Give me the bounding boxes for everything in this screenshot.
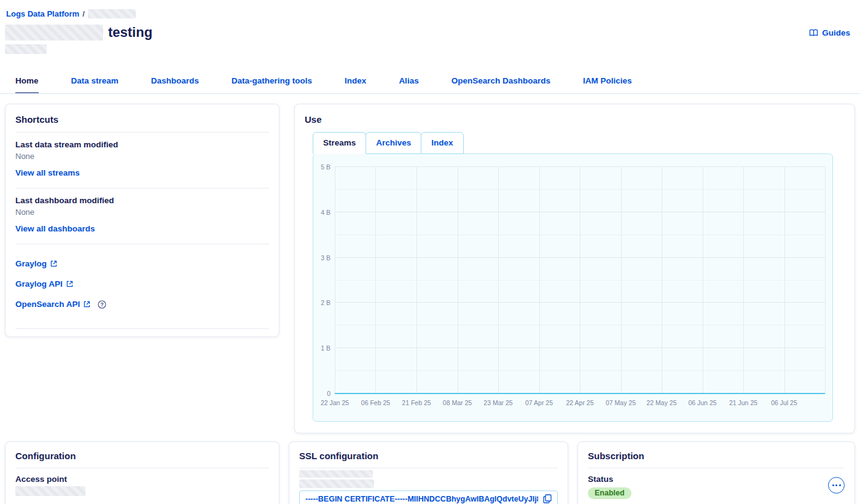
y-axis-tick: 2 B bbox=[321, 299, 335, 306]
view-all-dashboards-link[interactable]: View all dashboards bbox=[15, 224, 95, 233]
gridline-vertical bbox=[416, 167, 417, 394]
x-axis-tick: 06 Jul 25 bbox=[771, 399, 797, 406]
opensearch-api-link[interactable]: OpenSearch API ? bbox=[15, 300, 269, 309]
subscription-actions-button[interactable] bbox=[828, 477, 845, 494]
tab-data-stream[interactable]: Data stream bbox=[71, 71, 119, 93]
last-dashboard-label: Last dashboard modified bbox=[15, 196, 269, 205]
guides-link[interactable]: Guides bbox=[809, 28, 850, 37]
status-label: Status bbox=[588, 475, 631, 484]
gridline-vertical bbox=[498, 167, 499, 394]
use-card: Use Streams Archives Index 01 B2 B3 B4 B… bbox=[294, 104, 855, 433]
use-title: Use bbox=[295, 114, 854, 125]
redacted-title-prefix bbox=[5, 25, 103, 41]
ellipsis-icon bbox=[832, 484, 841, 486]
gridline-vertical bbox=[539, 167, 540, 394]
gridline-vertical bbox=[662, 167, 662, 394]
gridline-vertical bbox=[825, 167, 826, 394]
tab-opensearch-dashboards[interactable]: OpenSearch Dashboards bbox=[452, 71, 550, 93]
gridline-vertical bbox=[743, 167, 744, 394]
external-link-icon bbox=[50, 260, 57, 267]
redacted-ssl-label-1 bbox=[299, 470, 373, 478]
external-link-icon bbox=[84, 301, 90, 308]
use-tab-streams[interactable]: Streams bbox=[313, 132, 366, 154]
x-axis-tick: 23 Mar 25 bbox=[483, 399, 512, 406]
status-section: Status Enabled bbox=[578, 468, 854, 504]
last-stream-value: None bbox=[15, 152, 269, 161]
breadcrumb-platform-link[interactable]: Logs Data Platform bbox=[6, 9, 79, 18]
gridline-vertical bbox=[621, 167, 622, 394]
x-axis-tick: 21 Feb 25 bbox=[402, 399, 431, 406]
main-tab-bar: Home Data stream Dashboards Data-gatheri… bbox=[0, 71, 860, 94]
x-axis-tick: 07 May 25 bbox=[606, 399, 636, 406]
ssl-configuration-card: SSL configuration -----BEGIN CERTIFICATE… bbox=[289, 441, 568, 504]
y-axis-tick: 3 B bbox=[321, 254, 335, 262]
y-axis-tick: 5 B bbox=[321, 163, 335, 171]
help-icon[interactable]: ? bbox=[98, 300, 106, 309]
certificate-field[interactable]: -----BEGIN CERTIFICATE-----MIIHNDCCBhygA… bbox=[299, 490, 558, 504]
access-point-section: Access point bbox=[6, 468, 279, 504]
divider bbox=[15, 328, 269, 329]
tab-iam-policies[interactable]: IAM Policies bbox=[583, 71, 632, 93]
title-row: testing Guides bbox=[0, 18, 860, 41]
x-axis-tick: 22 Jan 25 bbox=[321, 399, 349, 406]
graylog-link[interactable]: Graylog bbox=[15, 259, 269, 268]
redacted-subtitle bbox=[5, 44, 47, 54]
shortcuts-title: Shortcuts bbox=[6, 114, 279, 132]
gridline-vertical bbox=[703, 167, 703, 394]
redacted-access-point-value bbox=[15, 486, 85, 496]
copy-icon[interactable] bbox=[543, 494, 552, 503]
gridline-vertical bbox=[335, 167, 335, 394]
last-stream-section: Last data stream modified None View all … bbox=[6, 133, 279, 188]
use-tab-bar: Streams Archives Index bbox=[313, 132, 833, 153]
guides-label: Guides bbox=[822, 28, 850, 37]
tab-index[interactable]: Index bbox=[345, 71, 366, 93]
view-all-streams-link[interactable]: View all streams bbox=[15, 168, 80, 177]
gridline-vertical bbox=[784, 167, 785, 394]
status-badge: Enabled bbox=[588, 487, 631, 499]
svg-text:?: ? bbox=[101, 301, 104, 308]
configuration-title: Configuration bbox=[6, 451, 279, 468]
x-axis-tick: 07 Apr 25 bbox=[525, 399, 553, 406]
graylog-api-link-label: Graylog API bbox=[15, 279, 63, 289]
use-tab-archives[interactable]: Archives bbox=[366, 132, 421, 154]
gridline-vertical bbox=[580, 167, 580, 394]
x-axis-tick: 22 Apr 25 bbox=[566, 399, 594, 406]
y-axis-tick: 4 B bbox=[321, 209, 335, 216]
gridline-vertical bbox=[375, 167, 376, 394]
tab-data-gathering-tools[interactable]: Data-gathering tools bbox=[232, 71, 312, 93]
tab-alias[interactable]: Alias bbox=[399, 71, 418, 93]
last-stream-label: Last data stream modified bbox=[15, 140, 269, 149]
subscription-title: Subscription bbox=[578, 451, 854, 468]
x-axis-tick: 06 Feb 25 bbox=[361, 399, 390, 406]
x-axis-tick: 06 Jun 25 bbox=[688, 399, 716, 406]
usage-series-line bbox=[335, 393, 825, 394]
graylog-link-label: Graylog bbox=[15, 259, 47, 268]
y-axis-tick: 0 bbox=[327, 390, 335, 397]
ssl-redacted-labels bbox=[289, 468, 568, 488]
gridline-vertical bbox=[458, 167, 458, 394]
opensearch-api-link-label: OpenSearch API bbox=[15, 300, 80, 309]
redacted-service-name bbox=[88, 9, 136, 18]
x-axis-tick: 21 Jun 25 bbox=[729, 399, 757, 406]
x-axis-tick: 08 Mar 25 bbox=[443, 399, 472, 406]
y-axis-tick: 1 B bbox=[321, 344, 335, 352]
use-tab-index[interactable]: Index bbox=[421, 132, 463, 154]
graylog-api-link[interactable]: Graylog API bbox=[15, 279, 269, 289]
book-icon bbox=[809, 29, 818, 37]
breadcrumb-separator: / bbox=[82, 9, 85, 18]
ssl-title: SSL configuration bbox=[289, 451, 568, 468]
chart-plot-area: 01 B2 B3 B4 B5 B22 Jan 2506 Feb 2521 Feb… bbox=[335, 167, 825, 394]
tab-home[interactable]: Home bbox=[15, 71, 39, 93]
last-dashboard-value: None bbox=[15, 207, 269, 217]
external-link-icon bbox=[66, 281, 73, 287]
tab-dashboards[interactable]: Dashboards bbox=[151, 71, 199, 93]
page-title: testing bbox=[108, 25, 152, 41]
x-axis-tick: 22 May 25 bbox=[646, 399, 676, 406]
configuration-card: Configuration Access point bbox=[5, 441, 280, 504]
subscription-card: Subscription Status Enabled bbox=[577, 441, 855, 504]
access-point-label: Access point bbox=[15, 475, 269, 484]
breadcrumb: Logs Data Platform / bbox=[0, 0, 860, 18]
usage-chart[interactable]: 01 B2 B3 B4 B5 B22 Jan 2506 Feb 2521 Feb… bbox=[313, 153, 833, 422]
last-dashboard-section: Last dashboard modified None View all da… bbox=[6, 188, 279, 244]
redacted-ssl-label-2 bbox=[299, 479, 374, 488]
